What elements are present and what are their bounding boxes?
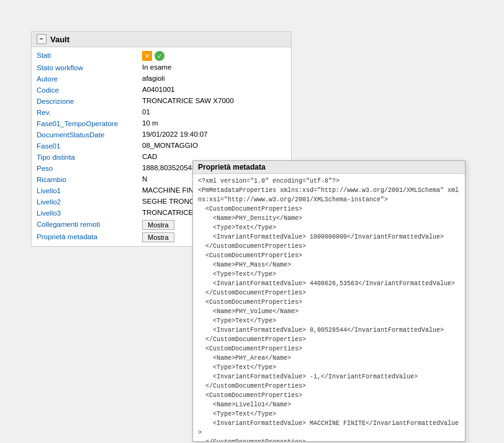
metadata-popup: Proprietà metadata <?xml version="1.0" e… bbox=[192, 160, 466, 442]
collapse-button[interactable]: − bbox=[37, 34, 47, 44]
row-stati: Stati V ✓ bbox=[32, 50, 291, 62]
mostra-button-metadata[interactable]: Mostra bbox=[142, 232, 174, 242]
row-fase01: Fase01 08_MONTAGGIO bbox=[32, 140, 291, 152]
value-codice: A0401001 bbox=[142, 86, 286, 93]
panel-header: − Vault bbox=[32, 32, 291, 47]
value-stato-workflow: In esame bbox=[142, 63, 286, 71]
label-fase01: Fase01 bbox=[37, 142, 142, 150]
orange-icon: V bbox=[142, 51, 152, 61]
label-livello1: Livello1 bbox=[37, 186, 142, 194]
row-descrizione: Descrizione TRONCATRICE SAW X7000 bbox=[32, 96, 291, 107]
value-descrizione: TRONCATRICE SAW X7000 bbox=[142, 97, 286, 104]
value-autore: afagioli bbox=[142, 75, 286, 82]
panel-title: Vault bbox=[50, 35, 70, 44]
label-tipo-distinta: Tipo distinta bbox=[37, 153, 142, 161]
label-peso: Peso bbox=[37, 164, 142, 172]
label-proprieta-metadata: Proprietà metadata bbox=[37, 232, 142, 240]
row-stato-workflow: Stato workflow In esame bbox=[32, 62, 291, 73]
label-ricambio: Ricambio bbox=[37, 175, 142, 183]
row-codice: Codice A0401001 bbox=[32, 84, 291, 96]
label-codice: Codice bbox=[37, 86, 142, 94]
green-check-icon: ✓ bbox=[155, 51, 164, 61]
check-symbol: ✓ bbox=[157, 53, 162, 60]
label-livello3: Livello3 bbox=[37, 209, 142, 217]
collapse-symbol: − bbox=[40, 36, 43, 42]
mostra-button-collegamenti[interactable]: Mostra bbox=[142, 220, 174, 230]
label-stati: Stati bbox=[37, 51, 142, 59]
label-doc-status-date: DocumentStatusDate bbox=[37, 130, 142, 139]
label-descrizione: Descrizione bbox=[37, 97, 142, 105]
label-rev: Rev. bbox=[37, 108, 142, 116]
screen: − Vault Stati V ✓ bbox=[0, 0, 504, 443]
value-doc-status-date: 19/01/2022 19:40:07 bbox=[142, 130, 286, 138]
metadata-popup-header: Proprietà metadata bbox=[193, 161, 465, 174]
row-rev: Rev. 01 bbox=[32, 107, 291, 118]
value-fase01: 08_MONTAGGIO bbox=[142, 142, 286, 149]
row-fase01-tempo: Fase01_TempoOperatore 10 m bbox=[32, 118, 291, 129]
label-stato-workflow: Stato workflow bbox=[37, 63, 142, 71]
orange-icon-symbol: V bbox=[145, 53, 149, 59]
metadata-popup-body[interactable]: <?xml version="1.0" encoding="utf-8"?> <… bbox=[193, 174, 465, 441]
value-rev: 01 bbox=[142, 108, 286, 116]
label-autore: Autore bbox=[37, 75, 142, 83]
label-collegamenti-remoti: Collegamenti remoti bbox=[37, 220, 142, 228]
row-doc-status-date: DocumentStatusDate 19/01/2022 19:40:07 bbox=[32, 129, 291, 140]
label-livello2: Livello2 bbox=[37, 198, 142, 206]
label-fase01-tempo: Fase01_TempoOperatore bbox=[37, 119, 142, 127]
value-tipo-distinta: CAD bbox=[142, 153, 286, 160]
value-stati: V ✓ bbox=[142, 51, 286, 61]
value-fase01-tempo: 10 m bbox=[142, 119, 286, 127]
row-autore: Autore afagioli bbox=[32, 73, 291, 84]
